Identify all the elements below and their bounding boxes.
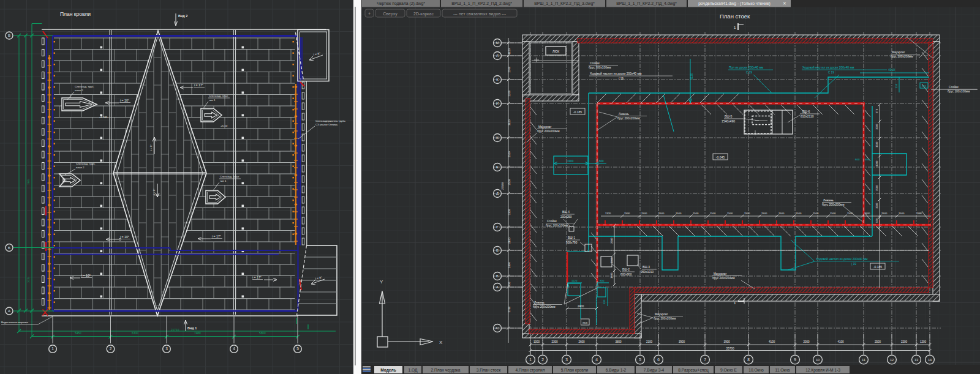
svg-text:брус 200x200мм: брус 200x200мм: [891, 55, 913, 58]
svg-text:3.План стоек: 3.План стоек: [477, 368, 501, 372]
svg-text:Лежень: Лежень: [619, 113, 629, 116]
svg-text:Снегозад. план: Снегозад. план: [209, 94, 228, 97]
svg-text:Стойки: Стойки: [547, 219, 557, 223]
svg-text:9.Окно Е: 9.Окно Е: [720, 368, 737, 372]
svg-text:8: 8: [747, 357, 750, 362]
svg-text:А1: А1: [496, 326, 499, 330]
svg-text:План стоек: План стоек: [720, 13, 750, 20]
svg-text:2500: 2500: [875, 340, 881, 343]
svg-text:К: К: [496, 77, 499, 81]
svg-text:план 2: план 2: [76, 166, 85, 169]
svg-text:1: 1: [51, 346, 54, 351]
svg-text:4.План стропил: 4.План стропил: [516, 368, 545, 373]
svg-text:Модель: Модель: [380, 368, 396, 373]
svg-text:2200: 2200: [901, 340, 908, 343]
svg-text:план 2: план 2: [75, 89, 83, 92]
svg-text:1580: 1580: [916, 212, 922, 215]
svg-text:брус 200x200мм: брус 200x200мм: [654, 317, 676, 320]
svg-text:ВШ-2: ВШ-2: [622, 268, 630, 271]
svg-text:брус 100x100мм: брус 100x100мм: [546, 224, 568, 227]
svg-text:2400: 2400: [508, 262, 511, 268]
svg-text:Ходовой настил из доски 200x40: Ходовой настил из доски 200x40 мм: [802, 65, 854, 69]
svg-text:+2.345: +2.345: [99, 116, 108, 119]
svg-text:4: 4: [595, 357, 598, 362]
svg-text:1500: 1500: [710, 212, 716, 215]
svg-text:5: 5: [296, 346, 299, 351]
svg-text:i = 10°: i = 10°: [120, 235, 129, 239]
svg-text:1320: 1320: [605, 212, 611, 215]
svg-text:--- нет связанных видов ---: --- нет связанных видов ---: [453, 12, 507, 17]
svg-text:С 19: С 19: [746, 71, 752, 74]
svg-text:ЛЮК: ЛЮК: [552, 50, 559, 53]
svg-text:10.Окно: 10.Окно: [748, 368, 764, 372]
svg-text:810x2110: 810x2110: [801, 114, 814, 118]
svg-text:Ж: Ж: [496, 135, 499, 140]
svg-text:Ходовой настил из доски 200x4: Ходовой настил из доски 200x40 мм: [816, 257, 868, 261]
svg-text:1500: 1500: [881, 212, 888, 215]
svg-text:Вид 2: Вид 2: [178, 14, 187, 18]
svg-text:2200: 2200: [508, 90, 511, 96]
svg-text:2400: 2400: [578, 305, 584, 308]
svg-text:Вид 1: Вид 1: [187, 326, 197, 330]
svg-text:920: 920: [875, 218, 878, 223]
svg-text:7805: 7805: [27, 179, 30, 185]
svg-text:тип 1: тип 1: [220, 179, 227, 182]
svg-text:В: В: [496, 248, 499, 252]
svg-text:Чертеж подвала (2).dwg*: Чертеж подвала (2).dwg*: [377, 1, 425, 6]
svg-text:Е: Е: [496, 165, 499, 169]
svg-text:Снегозад. труб.: Снегозад. труб.: [76, 162, 96, 165]
svg-text:2: 2: [541, 357, 544, 362]
svg-text:1500: 1500: [624, 212, 630, 215]
svg-text:ВШ-1: ВШ-1: [568, 236, 575, 239]
svg-text:130: 130: [895, 83, 898, 88]
svg-text:✕: ✕: [783, 1, 786, 6]
svg-text:i = 6°: i = 6°: [149, 144, 153, 151]
svg-text:1500: 1500: [875, 124, 878, 130]
svg-text:1500: 1500: [641, 212, 647, 215]
svg-text:4: 4: [233, 346, 235, 351]
svg-text:1500: 1500: [875, 141, 878, 148]
svg-text:Лежень: Лежень: [823, 199, 834, 202]
svg-text:5.План кровли: 5.План кровли: [561, 368, 589, 373]
svg-text:ВШ-6: ВШ-6: [802, 110, 810, 113]
svg-text:Y: Y: [380, 279, 383, 285]
svg-text:брус 200x200мм: брус 200x200мм: [533, 305, 555, 309]
svg-text:900: 900: [600, 279, 605, 282]
svg-text:12.Кровля И-М 1-3: 12.Кровля И-М 1-3: [805, 368, 840, 373]
svg-text:1800: 1800: [610, 272, 613, 279]
svg-text:14: 14: [928, 358, 932, 362]
svg-text:рочдельская41.dwg - (Только чт: рочдельская41.dwg - (Только чтение): [698, 1, 771, 6]
svg-text:Мауэрлат: Мауэрлат: [538, 125, 552, 129]
svg-text:3780: 3780: [508, 306, 511, 312]
svg-text:1500: 1500: [796, 212, 802, 215]
svg-text:3: 3: [565, 357, 568, 362]
svg-text:600: 600: [855, 158, 860, 161]
svg-text:Снегозад. план: Снегозад. план: [220, 175, 239, 178]
svg-text:12: 12: [890, 358, 894, 362]
svg-text:6.Виды 1-2: 6.Виды 1-2: [606, 368, 627, 373]
svg-text:Б: Б: [496, 274, 499, 278]
svg-text:Снегозадержатель трубч.: Снегозадержатель трубч.: [315, 119, 346, 122]
svg-text:Л: Л: [496, 53, 499, 58]
svg-text:1120: 1120: [571, 279, 578, 282]
svg-text:7: 7: [704, 357, 706, 362]
svg-text:i = 17°: i = 17°: [212, 234, 221, 238]
svg-text:1500: 1500: [676, 212, 682, 215]
svg-text:1000: 1000: [533, 340, 540, 343]
svg-text:брус 100x100мм: брус 100x100мм: [589, 66, 611, 69]
svg-text:ВШ-3: ВШ-3: [643, 266, 650, 269]
svg-text:i = 6°: i = 6°: [153, 189, 156, 195]
svg-text:План кровли: План кровли: [60, 11, 91, 17]
svg-text:2.План чердака: 2.План чердака: [431, 368, 460, 373]
svg-text:2500: 2500: [508, 179, 511, 185]
svg-text:1500: 1500: [875, 185, 878, 191]
svg-text:4100: 4100: [769, 340, 775, 343]
svg-text:600: 600: [865, 158, 870, 161]
svg-text:3130: 3130: [690, 73, 693, 80]
svg-text:Ходовой настил из доски 200x40: Ходовой настил из доски 200x40 мм: [590, 72, 642, 75]
svg-text:2680: 2680: [610, 237, 613, 244]
svg-text:X: X: [439, 340, 443, 345]
svg-text:7.Виды 3-4: 7.Виды 3-4: [644, 368, 665, 373]
svg-text:тип 1: тип 1: [209, 99, 216, 102]
svg-text:2: 2: [110, 346, 112, 351]
